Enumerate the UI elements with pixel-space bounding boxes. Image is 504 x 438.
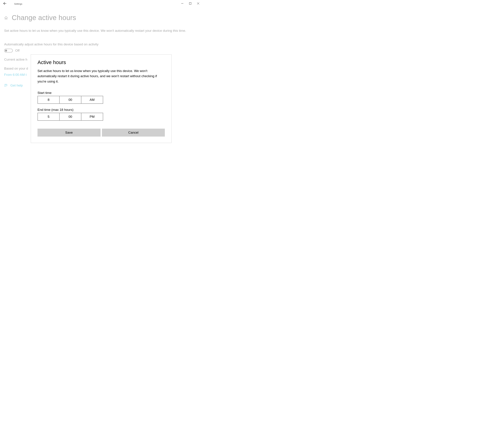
back-button[interactable] <box>1 0 8 7</box>
close-icon <box>197 2 199 4</box>
dialog-description: Set active hours to let us know when you… <box>37 68 165 84</box>
save-button[interactable]: Save <box>37 129 101 137</box>
auto-adjust-toggle[interactable] <box>4 49 13 53</box>
dialog-buttons: Save Cancel <box>37 129 165 137</box>
end-time-label: End time (max 18 hours) <box>37 108 165 112</box>
auto-adjust-toggle-row: Off <box>4 49 198 53</box>
minimize-icon <box>181 2 183 4</box>
start-minute-cell[interactable]: 00 <box>59 96 81 103</box>
cancel-button[interactable]: Cancel <box>102 129 165 137</box>
start-period-cell[interactable]: AM <box>81 96 103 103</box>
svg-rect-1 <box>189 3 191 4</box>
end-minute-cell[interactable]: 00 <box>59 113 81 120</box>
help-icon <box>4 84 8 87</box>
back-arrow-icon <box>3 1 7 5</box>
active-hours-dialog: Active hours Set active hours to let us … <box>31 54 172 143</box>
page-header: Change active hours <box>4 14 198 22</box>
maximize-button[interactable] <box>186 1 194 6</box>
minimize-button[interactable] <box>178 1 186 6</box>
app-title: Settings <box>14 3 22 5</box>
toggle-state-text: Off <box>15 49 20 53</box>
maximize-icon <box>189 2 191 4</box>
start-hour-cell[interactable]: 8 <box>38 96 59 103</box>
end-time-picker[interactable]: 5 00 PM <box>37 113 103 121</box>
home-icon <box>4 16 8 20</box>
window-controls <box>178 1 202 6</box>
end-period-cell[interactable]: PM <box>81 113 103 120</box>
get-help-link[interactable]: Get help <box>10 84 23 87</box>
end-hour-cell[interactable]: 5 <box>38 113 59 120</box>
toggle-knob <box>5 50 7 52</box>
auto-adjust-label: Automatically adjust active hours for th… <box>4 43 198 46</box>
page-description: Set active hours to let us know when you… <box>4 28 187 33</box>
start-time-label: Start time <box>37 91 165 95</box>
page-title: Change active hours <box>12 14 76 22</box>
titlebar: Settings <box>0 0 202 7</box>
start-time-picker[interactable]: 8 00 AM <box>37 96 103 104</box>
close-button[interactable] <box>194 1 202 6</box>
dialog-title: Active hours <box>37 59 165 65</box>
